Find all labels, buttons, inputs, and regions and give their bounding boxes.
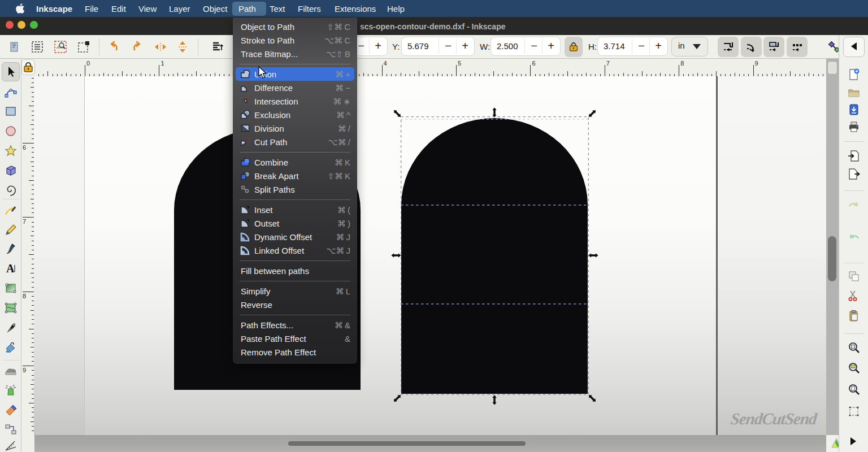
- svg-text:A: A: [6, 262, 15, 275]
